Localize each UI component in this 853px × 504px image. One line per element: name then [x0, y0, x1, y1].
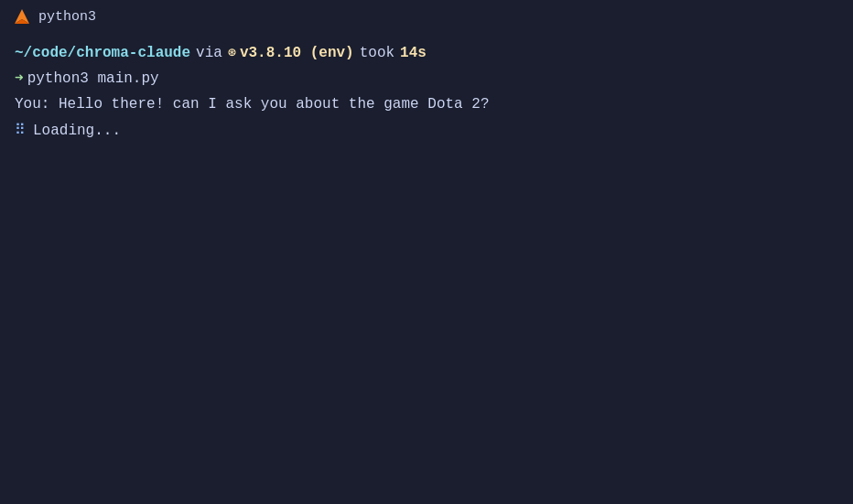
terminal-window: python3 ~/code/chroma-claude via ⊛ v3.8.… — [0, 0, 853, 504]
loading-spinner-icon: ⠿ — [15, 119, 26, 144]
app-title: python3 — [38, 9, 96, 25]
title-bar: python3 — [0, 0, 853, 33]
python-icon: ⊛ — [228, 43, 236, 65]
prompt-line: ~/code/chroma-claude via ⊛ v3.8.10 (env)… — [15, 42, 838, 66]
command-text: python3 main.py — [27, 68, 159, 91]
python-version: v3.8.10 (env) — [240, 42, 354, 66]
command-line: ➜ python3 main.py — [15, 68, 838, 91]
warp-logo-icon — [13, 7, 31, 26]
elapsed-time: 14s — [400, 42, 426, 66]
output-line: You: Hello there! can I ask you about th… — [15, 92, 838, 117]
loading-line: ⠿ Loading... — [15, 119, 838, 144]
loading-text: Loading... — [33, 119, 121, 144]
via-label: via — [196, 42, 222, 66]
prompt-arrow: ➜ — [15, 68, 24, 91]
took-label: took — [360, 42, 394, 66]
current-path: ~/code/chroma-claude — [15, 42, 190, 66]
terminal-body[interactable]: ~/code/chroma-claude via ⊛ v3.8.10 (env)… — [0, 33, 853, 504]
